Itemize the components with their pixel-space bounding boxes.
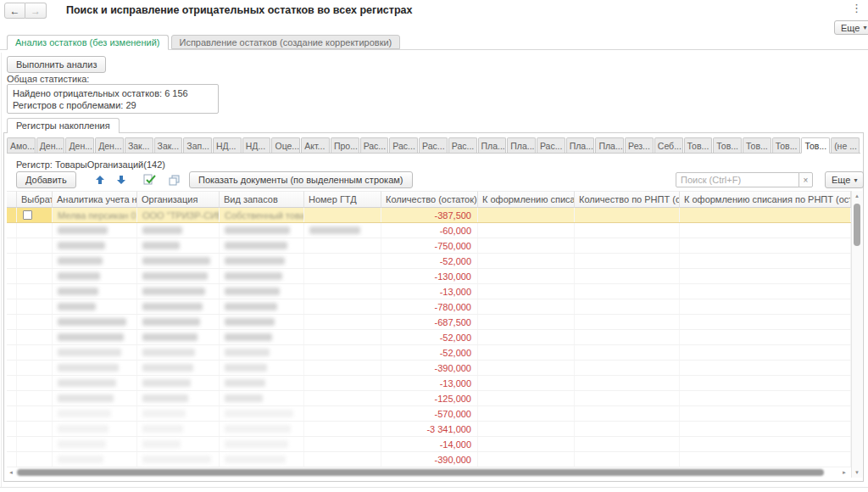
- table-row[interactable]: -60,000: [7, 223, 851, 238]
- register-tab[interactable]: Про...: [331, 137, 359, 153]
- register-tab[interactable]: Амо...: [7, 137, 36, 153]
- cell-select[interactable]: [17, 223, 53, 238]
- column-header-analytics[interactable]: Аналитика учета ном...: [53, 191, 137, 208]
- scroll-up-icon[interactable]: ▲: [854, 193, 860, 198]
- table-row[interactable]: -390,000: [7, 361, 851, 376]
- table-row[interactable]: -3 341,000: [7, 422, 851, 437]
- show-documents-button[interactable]: Показать документы (по выделенным строка…: [189, 171, 413, 188]
- register-tab[interactable]: Тов...: [772, 137, 801, 153]
- scroll-left-icon[interactable]: ◄: [8, 470, 14, 475]
- cell-quantity: -750,000: [381, 238, 478, 253]
- register-tab[interactable]: Зак...: [154, 137, 183, 153]
- cell-select[interactable]: [17, 269, 53, 283]
- register-tab[interactable]: Рас...: [448, 137, 477, 153]
- scroll-right-icon[interactable]: ►: [842, 470, 847, 475]
- horizontal-scrollbar-thumb[interactable]: [17, 469, 824, 476]
- tab-correction[interactable]: Исправление остатков (создание корректир…: [171, 35, 401, 49]
- cell-select[interactable]: [17, 345, 53, 360]
- search-input[interactable]: [676, 172, 799, 187]
- table-row[interactable]: -13,000: [7, 284, 851, 299]
- cell-select[interactable]: [17, 406, 53, 421]
- column-header-quantity[interactable]: Количество (остаток): [381, 191, 478, 208]
- column-header-rnpt-quantity[interactable]: Количество по РНПТ (остаток): [575, 191, 680, 208]
- register-tab[interactable]: Рас...: [537, 137, 565, 153]
- cell-quantity: -780,000: [381, 299, 478, 314]
- table-row[interactable]: -125,000: [7, 391, 851, 406]
- table-row[interactable]: -780,000: [7, 299, 851, 315]
- register-tab[interactable]: Оце...: [271, 137, 300, 153]
- form-more-button[interactable]: Еще ▾: [834, 20, 868, 35]
- horizontal-scrollbar[interactable]: ◄ ►: [7, 468, 849, 478]
- move-up-button[interactable]: [90, 171, 109, 188]
- back-button[interactable]: ←: [4, 3, 25, 19]
- table-row[interactable]: -13,000: [7, 376, 851, 391]
- cell-select[interactable]: [17, 208, 53, 222]
- column-header-writeoff[interactable]: К оформлению списания (остат...: [478, 191, 575, 208]
- cell-select[interactable]: [17, 437, 53, 451]
- register-tab[interactable]: Тов...: [684, 137, 713, 153]
- table-row[interactable]: -687,500: [7, 315, 851, 330]
- register-tab[interactable]: Пла...: [478, 137, 507, 153]
- forward-button[interactable]: →: [25, 3, 47, 19]
- register-tab[interactable]: Зап...: [183, 137, 212, 153]
- register-tab[interactable]: НД...: [213, 137, 242, 153]
- add-button[interactable]: Добавить: [16, 171, 76, 188]
- cell-select[interactable]: [17, 376, 53, 390]
- move-down-button[interactable]: [111, 171, 131, 188]
- cell-select[interactable]: [17, 422, 53, 436]
- table-row[interactable]: -750,000: [7, 238, 851, 254]
- register-tab[interactable]: Пла...: [595, 137, 624, 153]
- register-tab[interactable]: Пла...: [507, 137, 536, 153]
- cell-select[interactable]: [17, 299, 53, 314]
- tab-analysis[interactable]: Анализ остатков (без изменений): [7, 35, 169, 50]
- register-tab[interactable]: Зак...: [125, 137, 153, 153]
- table-row[interactable]: -52,000: [7, 254, 851, 269]
- row-checkbox[interactable]: [23, 210, 32, 220]
- table-row[interactable]: -390,000: [7, 452, 851, 467]
- table-row[interactable]: -52,000: [7, 330, 851, 345]
- table-row[interactable]: -52,000: [7, 345, 851, 361]
- register-tab[interactable]: Пла...: [566, 137, 595, 153]
- table-row[interactable]: -130,000: [7, 269, 851, 284]
- register-tab[interactable]: Ден...: [65, 137, 94, 153]
- register-tab[interactable]: Ден...: [36, 137, 65, 153]
- cell-select[interactable]: [17, 238, 53, 253]
- register-tab[interactable]: Рас...: [360, 137, 389, 153]
- register-tab[interactable]: Себ...: [654, 137, 683, 153]
- cell-select[interactable]: [17, 330, 53, 344]
- register-tab[interactable]: Рас...: [419, 137, 448, 153]
- clear-search-button[interactable]: ×: [798, 172, 813, 187]
- table-more-button[interactable]: Еще ▾: [825, 171, 864, 188]
- table-row[interactable]: -570,000: [7, 406, 851, 422]
- vertical-scrollbar-thumb[interactable]: [854, 204, 860, 246]
- vertical-scrollbar[interactable]: ▲ ▼: [851, 191, 862, 478]
- kebab-menu-icon[interactable]: ⋮: [851, 2, 862, 14]
- register-tab[interactable]: Тов...: [743, 137, 771, 153]
- register-tab[interactable]: НД...: [242, 137, 271, 153]
- copy-button[interactable]: [164, 171, 184, 188]
- cell-select[interactable]: [17, 361, 53, 375]
- register-tab[interactable]: Тов...: [713, 137, 742, 153]
- register-tab[interactable]: Акт...: [301, 137, 330, 153]
- column-header-rnpt-writeoff[interactable]: К оформлению списания по РНПТ (остат...: [680, 191, 851, 208]
- table-row[interactable]: -14,000: [7, 437, 851, 452]
- register-tab[interactable]: (не ...: [831, 137, 860, 153]
- cell-select[interactable]: [17, 254, 53, 268]
- cell-select[interactable]: [17, 284, 53, 299]
- register-tab[interactable]: Тов...: [801, 137, 830, 154]
- register-tab[interactable]: Рас...: [389, 137, 418, 153]
- group-tab-accumulation-registers[interactable]: Регистры накопления: [7, 118, 120, 133]
- column-header-organization[interactable]: Организация: [137, 191, 220, 208]
- cell-select[interactable]: [17, 391, 53, 405]
- register-tab[interactable]: Ден...: [95, 137, 124, 153]
- cell-select[interactable]: [17, 315, 53, 329]
- column-header-stock-kind[interactable]: Вид запасов: [220, 191, 304, 208]
- register-tab[interactable]: Рез...: [625, 137, 654, 153]
- scroll-down-icon[interactable]: ▼: [854, 470, 860, 475]
- table-row[interactable]: Мелва персикан 0ООО "ТРИЗР-СИБИСобственн…: [7, 208, 851, 223]
- cell-select[interactable]: [17, 452, 53, 467]
- run-analysis-button[interactable]: Выполнить анализ: [7, 56, 106, 73]
- column-header-gtd[interactable]: Номер ГТД: [304, 191, 381, 208]
- column-header-select[interactable]: Выбрать: [17, 191, 53, 208]
- set-flags-button[interactable]: [140, 171, 159, 188]
